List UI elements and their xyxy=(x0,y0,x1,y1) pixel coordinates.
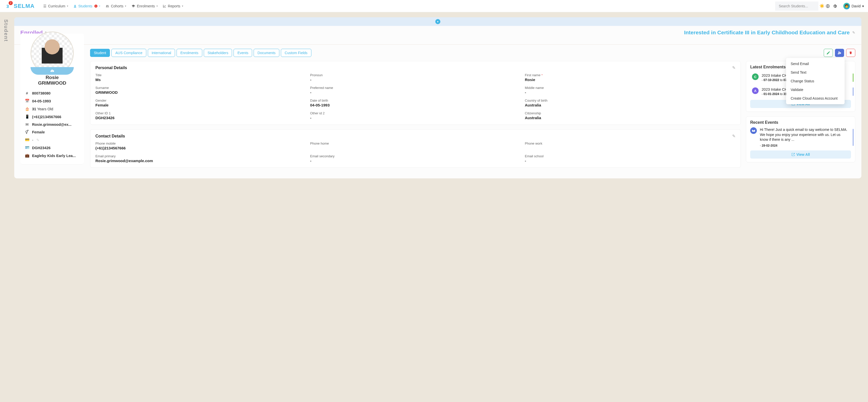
menu-send-email[interactable]: Send Email xyxy=(786,60,845,68)
field: Date of birth04-05-1993 xyxy=(310,99,521,107)
field-value: GRIMWOOD xyxy=(95,90,306,95)
settings-icon[interactable] xyxy=(833,4,840,8)
edit-icon[interactable]: ✎ xyxy=(36,138,39,142)
upload-photo-button[interactable] xyxy=(31,67,74,75)
tab-international[interactable]: International xyxy=(148,49,175,57)
field-value: Female xyxy=(95,103,306,107)
field: TitleMs xyxy=(95,73,306,82)
tab-enrolments[interactable]: Enrolments xyxy=(177,49,202,57)
field: Phone work xyxy=(525,141,736,150)
chevron-down-icon: ▾ xyxy=(156,5,158,7)
user-name: David xyxy=(851,4,861,8)
headline-text: Interested in Certificate III in Early C… xyxy=(684,30,850,36)
menu-send-text[interactable]: Send Text xyxy=(786,68,845,77)
field: Country of birthAustralia xyxy=(525,99,736,107)
field-value: (+61)2134567666 xyxy=(95,146,306,150)
search-input[interactable] xyxy=(775,2,818,11)
profile-gender: Female xyxy=(32,130,45,134)
tab-bar: Student AUS Compliance International Enr… xyxy=(90,49,855,57)
field-value: Rosie.grimwood@example.com xyxy=(95,159,306,163)
field: Email secondary- xyxy=(310,154,521,163)
field: Phone mobile(+61)2134567666 xyxy=(95,141,306,150)
logo-badge-count: 2 xyxy=(9,1,13,5)
profile-age-suffix: Years Old xyxy=(37,107,53,111)
profile-card: - xyxy=(32,138,33,142)
edit-icon[interactable]: ✎ xyxy=(732,65,736,70)
profile-otherid: DGH23426 xyxy=(32,146,51,150)
chevron-down-icon: ▾ xyxy=(862,4,864,8)
tab-stakeholders[interactable]: Stakeholders xyxy=(204,49,232,57)
field-label: Gender xyxy=(95,99,106,102)
menu-validate[interactable]: Validate xyxy=(786,86,845,94)
svg-point-5 xyxy=(838,52,839,53)
field-label: Surname xyxy=(95,86,109,90)
id-card-icon: 💳 xyxy=(25,138,29,142)
field: SurnameGRIMWOOD xyxy=(95,86,306,95)
panel-heading: Recent Events xyxy=(750,120,851,125)
logo[interactable]: ε 2 xyxy=(4,3,11,10)
nav-cohorts[interactable]: Cohorts ▾ xyxy=(103,3,129,10)
event-date: 28-02-2024 xyxy=(762,144,777,147)
panel-heading: Contact Details xyxy=(95,134,125,138)
banner-expand[interactable]: ▾ xyxy=(14,17,861,26)
phone-icon: 📱 xyxy=(25,114,29,119)
nav-curriculum[interactable]: ☰ Curriculum ▾ xyxy=(41,3,71,10)
event-item[interactable]: Hi There! Just a quick email to say welc… xyxy=(750,127,851,147)
tab-documents[interactable]: Documents xyxy=(254,49,279,57)
field-value: - xyxy=(310,115,521,120)
field-value: DGH23426 xyxy=(95,115,306,120)
panel-heading: Personal Details xyxy=(95,66,127,70)
tab-custom-fields[interactable]: Custom Fields xyxy=(281,49,311,57)
nav-label: Curriculum xyxy=(48,4,65,8)
profile-age: 31 xyxy=(32,107,36,111)
field-label: Phone work xyxy=(525,141,736,145)
delete-button[interactable] xyxy=(846,49,855,57)
tab-aus-compliance[interactable]: AUS Compliance xyxy=(112,49,146,57)
chevron-down-icon: ▾ xyxy=(435,19,440,24)
edit-icon[interactable]: ✎ xyxy=(732,134,736,138)
actions-button[interactable] xyxy=(835,49,844,57)
badge-icon: 🪪 xyxy=(25,145,29,150)
field-label: Citizenship xyxy=(525,111,541,115)
menu-change-status[interactable]: Change Status xyxy=(786,77,845,86)
field-value: - xyxy=(310,159,521,163)
nav-enrolments[interactable]: Enrolments ▾ xyxy=(129,3,160,10)
field-label: Title xyxy=(95,73,101,77)
event-text: Hi There! Just a quick email to say welc… xyxy=(760,127,848,142)
field-value: - xyxy=(310,77,521,82)
language-icon[interactable] xyxy=(826,4,833,8)
contact-details-panel: Contact Details ✎ Phone mobile(+61)21345… xyxy=(90,129,741,168)
chevron-down-icon: ▾ xyxy=(125,5,126,7)
tab-events[interactable]: Events xyxy=(234,49,252,57)
field-label: Phone home xyxy=(310,141,521,145)
tab-student[interactable]: Student xyxy=(90,49,110,57)
hash-icon: # xyxy=(25,91,29,95)
graduation-cap-icon xyxy=(131,4,135,8)
brand[interactable]: SELMA xyxy=(14,3,35,9)
edit-icon[interactable]: ✎ xyxy=(852,31,855,35)
vertical-tab-label: Student xyxy=(3,19,9,42)
profile-dob: 04-05-1993 xyxy=(32,99,51,103)
menu-create-cloud-assess[interactable]: Create Cloud Assess Account xyxy=(786,94,845,103)
field-value: 04-05-1993 xyxy=(310,103,521,107)
field-value: - xyxy=(525,159,736,163)
field: Email school- xyxy=(525,154,736,163)
actions-dropdown: Send Email Send Text Change Status Valid… xyxy=(786,58,845,104)
field-label: Email school xyxy=(525,154,736,158)
gender-icon: ⚥ xyxy=(25,130,29,134)
user-menu[interactable]: 🧑 David ▾ xyxy=(841,3,864,9)
nav-students[interactable]: Students 1 ▾ xyxy=(71,3,103,10)
field-label: Country of birth xyxy=(525,99,548,102)
svg-point-1 xyxy=(106,5,107,6)
nav-label: Cohorts xyxy=(111,4,123,8)
field-label: Preferred name xyxy=(310,86,333,90)
profile-column: Rosie GRIMWOOD #800738080 📅04-05-1993 🎂3… xyxy=(20,54,84,164)
nav-students-count: 1 xyxy=(94,5,97,8)
edit-button[interactable] xyxy=(824,49,833,57)
field-label: Date of birth xyxy=(310,99,328,102)
view-all-events[interactable]: View All xyxy=(750,150,851,159)
theme-toggle-icon[interactable]: ☀️ xyxy=(818,4,826,8)
nav-label: Reports xyxy=(168,4,180,8)
field-value: Australia xyxy=(525,115,736,120)
nav-reports[interactable]: Reports ▾ xyxy=(160,3,186,10)
